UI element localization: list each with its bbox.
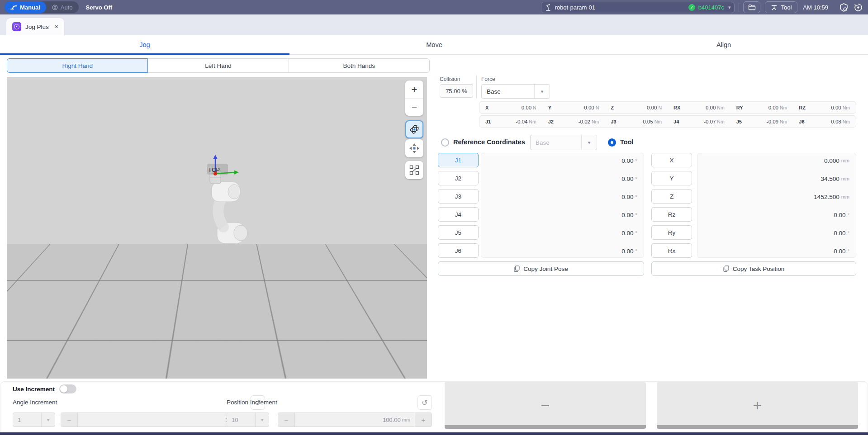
position-increment-button[interactable]: + — [415, 413, 432, 427]
task-ry-button[interactable]: Ry — [651, 225, 692, 240]
tool-button-label: Tool — [781, 4, 792, 11]
robot-3d-viewport[interactable]: TCP BASE + − Front Right Left Rear Top — [7, 77, 427, 379]
jog-plus-screen: Manual Auto Servo Off robot-param-01 ✓ b… — [0, 0, 868, 436]
force-label: Force — [481, 76, 495, 82]
open-file-button[interactable] — [743, 1, 760, 13]
servo-status[interactable]: Servo Off — [86, 4, 113, 11]
zoom-in-button[interactable]: + — [405, 81, 423, 98]
orbit-rotate-button[interactable] — [405, 120, 423, 138]
copy-task-position-label: Copy Task Position — [733, 265, 785, 272]
tool-radio-label: Tool — [620, 138, 634, 146]
auto-mode-button[interactable]: Auto — [46, 4, 79, 11]
angle-step-select[interactable]: 1 ▾ — [13, 412, 55, 427]
copy-icon — [723, 265, 729, 272]
force-cartesian-row: X0.00N Y0.00N Z0.00N RX0.00Nm RY0.00Nm R… — [479, 101, 856, 114]
force-cell-rx: RX0.00Nm — [668, 102, 730, 113]
task-x-button[interactable]: X — [651, 153, 692, 167]
chevron-down-icon: ▾ — [581, 135, 597, 150]
joint-j6-button[interactable]: J6 — [438, 243, 479, 258]
left-hand-button[interactable]: Left Hand — [148, 58, 289, 73]
view-top-button[interactable]: Top — [343, 364, 422, 376]
joint-j4-value: 0.00° — [547, 208, 637, 222]
copy-task-position-button[interactable]: Copy Task Position — [651, 261, 856, 276]
force-cell-j6: J60.08Nm — [793, 116, 856, 127]
task-rx-value: 0.00° — [759, 244, 849, 258]
force-cell-j5: J5-0.09Nm — [730, 116, 793, 127]
reference-frame-dropdown[interactable]: Base ▾ — [530, 135, 597, 150]
pan-move-button[interactable] — [405, 139, 423, 157]
tool-radio[interactable] — [608, 138, 616, 147]
copy-joint-pose-button[interactable]: Copy Joint Pose — [438, 261, 644, 276]
right-hand-button[interactable]: Right Hand — [7, 58, 148, 73]
tool-gripper-icon — [771, 4, 778, 11]
position-step-select[interactable]: 10 ▾ — [227, 412, 269, 427]
joint-j6-value: 0.00° — [547, 244, 637, 258]
task-rz-button[interactable]: Rz — [651, 207, 692, 222]
tab-align[interactable]: Align — [579, 35, 868, 54]
view-front-button[interactable]: Front — [12, 364, 91, 376]
joint-j1-button[interactable]: J1 — [438, 153, 479, 167]
angle-decrement-button[interactable]: − — [61, 413, 77, 427]
manual-mode-label: Manual — [20, 4, 40, 11]
force-cell-j4: J4-0.07Nm — [668, 116, 730, 127]
collision-value: 75.00 % — [440, 84, 473, 98]
active-tab-underline — [0, 53, 289, 55]
joint-j3-button[interactable]: J3 — [438, 189, 479, 204]
window-tab-strip: Jog Plus × — [0, 14, 868, 35]
use-increment-toggle[interactable] — [59, 384, 76, 393]
view-rear-button[interactable]: Rear — [260, 364, 339, 376]
copy-joint-pose-label: Copy Joint Pose — [523, 265, 568, 272]
task-rx-button[interactable]: Rx — [651, 243, 692, 258]
force-cell-rz: RZ0.00Nm — [793, 102, 856, 113]
joint-j2-button[interactable]: J2 — [438, 171, 479, 185]
chevron-down-icon: ▾ — [728, 5, 731, 10]
tab-jog-plus[interactable]: Jog Plus × — [6, 18, 64, 35]
bottom-edge-bar — [0, 432, 868, 435]
measure-distance-button[interactable] — [405, 161, 423, 179]
jog-minus-button[interactable]: − — [445, 382, 646, 429]
robot-param-name: robot-param-01 — [555, 4, 685, 11]
force-frame-dropdown[interactable]: Base ▾ — [481, 84, 550, 99]
jog-plus-button[interactable]: + — [657, 382, 858, 429]
safety-shield-button[interactable] — [838, 2, 849, 13]
robot-param-selector[interactable]: robot-param-01 ✓ b401407c ▾ — [541, 2, 735, 13]
force-frame-value: Base — [482, 85, 534, 98]
manual-mode-button[interactable]: Manual — [5, 1, 46, 13]
tab-jog[interactable]: Jog — [0, 35, 289, 54]
reference-frame-value: Base — [531, 135, 581, 150]
reference-coordinates-label: Reference Coordinates — [453, 138, 525, 146]
tab-move[interactable]: Move — [289, 35, 579, 54]
chevron-down-icon: ▾ — [534, 85, 550, 98]
recovery-target-button[interactable] — [853, 2, 863, 13]
tool-button[interactable]: Tool — [765, 1, 797, 13]
view-left-button[interactable]: Left — [178, 364, 256, 376]
joint-j5-button[interactable]: J5 — [438, 225, 479, 240]
force-joint-row: J1-0.04Nm J2-0.02Nm J30.05Nm J4-0.07Nm J… — [479, 115, 856, 128]
force-cell-x: X0.00N — [479, 102, 542, 113]
task-y-button[interactable]: Y — [651, 171, 692, 185]
both-hands-button[interactable]: Both Hands — [289, 58, 430, 73]
force-cell-y: Y0.00N — [542, 102, 605, 113]
angle-step-value: 1 — [13, 413, 41, 427]
joint-j3-value: 0.00° — [547, 190, 637, 204]
use-increment-row: Use Increment — [13, 384, 76, 393]
joint-j4-button[interactable]: J4 — [438, 207, 479, 222]
force-cell-j3: J30.05Nm — [605, 116, 668, 127]
reference-coordinates-radio[interactable] — [441, 138, 449, 147]
view-right-button[interactable]: Right — [95, 364, 174, 376]
task-z-button[interactable]: Z — [651, 189, 692, 204]
task-values-panel: 0.000mm 34.500mm 1452.500mm 0.00° 0.00° … — [697, 153, 856, 258]
close-icon[interactable]: × — [55, 23, 58, 30]
tcp-frame-label: TCP — [208, 166, 220, 173]
auto-icon — [52, 5, 58, 10]
collision-label: Collision — [440, 76, 460, 82]
force-cell-z: Z0.00N — [605, 102, 668, 113]
position-increment-reset-button[interactable]: ↻ — [417, 395, 432, 410]
zoom-out-button[interactable]: − — [405, 98, 423, 116]
robot-arm-model: TCP BASE — [190, 154, 271, 303]
copy-icon — [514, 265, 520, 272]
mode-toggle-group: Manual Auto — [5, 1, 79, 13]
folder-icon — [748, 4, 756, 10]
top-bar: Manual Auto Servo Off robot-param-01 ✓ b… — [0, 0, 868, 14]
position-decrement-button[interactable]: − — [278, 413, 294, 427]
